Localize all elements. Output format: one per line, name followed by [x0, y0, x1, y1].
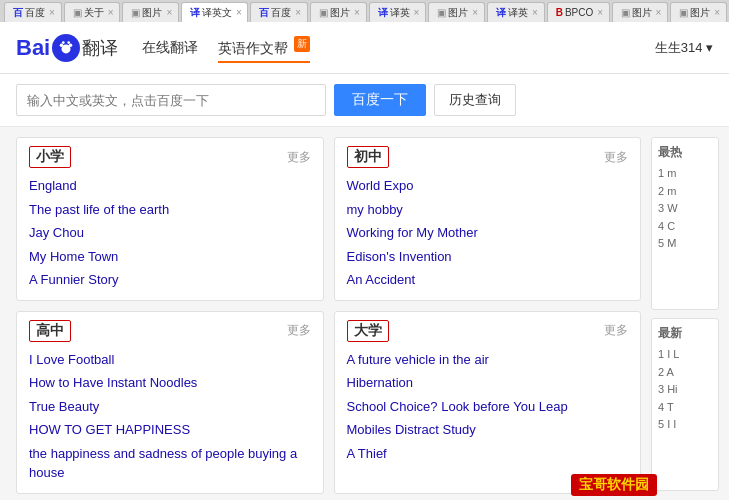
tab-baidu-1[interactable]: 百 百度 × — [4, 2, 62, 22]
nav-online-translate[interactable]: 在线翻译 — [142, 35, 198, 61]
nav-items: 在线翻译 英语作文帮 新 — [142, 32, 310, 64]
tab-close-4[interactable]: × — [236, 7, 242, 18]
link-edisons-invention[interactable]: Edison's Invention — [347, 245, 629, 269]
header-user[interactable]: 生生314 ▾ — [655, 39, 713, 57]
sidebar-latest-item-2[interactable]: 2 A — [658, 364, 712, 382]
tab-close[interactable]: × — [49, 7, 55, 18]
link-jay-chou[interactable]: Jay Chou — [29, 221, 311, 245]
link-hibernation[interactable]: Hibernation — [347, 371, 629, 395]
card-high-title: 高中 — [29, 320, 71, 342]
tab-image-1[interactable]: ▣ 图片 × — [122, 2, 179, 22]
tab-close-5[interactable]: × — [295, 7, 301, 18]
card-middle-title: 初中 — [347, 146, 389, 168]
history-button[interactable]: 历史查询 — [434, 84, 516, 116]
link-happiness[interactable]: HOW TO GET HAPPINESS — [29, 418, 311, 442]
card-elementary: 小学 更多 England The past life of the earth… — [16, 137, 324, 301]
tab-bar: 百 百度 × ▣ 关于 × ▣ 图片 × 译 译英文 × 百 百度 × ▣ 图片… — [0, 0, 729, 22]
logo-paw — [52, 34, 80, 62]
link-past-life[interactable]: The past life of the earth — [29, 198, 311, 222]
svg-point-3 — [62, 41, 65, 44]
tab-image-5[interactable]: ▣ 图片 × — [670, 2, 727, 22]
tab-translate-3[interactable]: 译 译英 × — [487, 2, 545, 22]
sidebar-hot-item-1[interactable]: 1 m — [658, 165, 712, 183]
link-school-choice[interactable]: School Choice? Look before You Leap — [347, 395, 629, 419]
right-sidebar: 最热 1 m 2 m 3 W 4 C 5 M 最新 1 I L 2 A 3 Hi… — [651, 137, 719, 491]
link-instant-noodles[interactable]: How to Have Instant Noodles — [29, 371, 311, 395]
logo-fanyi: 翻译 — [82, 36, 118, 60]
link-future-vehicle[interactable]: A future vehicle in the air — [347, 348, 629, 372]
search-input[interactable] — [16, 84, 326, 116]
sidebar-latest-item-5[interactable]: 5 I I — [658, 416, 712, 434]
baidu-icon-2: 百 — [259, 6, 269, 20]
tab-close-3[interactable]: × — [166, 7, 172, 18]
tab-close-6[interactable]: × — [354, 7, 360, 18]
tab-translate-2[interactable]: 译 译英 × — [369, 2, 427, 22]
link-an-accident[interactable]: An Accident — [347, 268, 629, 292]
tab-bpc[interactable]: B BPCO × — [547, 2, 610, 22]
link-funnier-story[interactable]: A Funnier Story — [29, 268, 311, 292]
panels-area: 小学 更多 England The past life of the earth… — [16, 137, 641, 491]
bpc-icon: B — [556, 7, 563, 18]
link-football[interactable]: I Love Football — [29, 348, 311, 372]
card-high: 高中 更多 I Love Football How to Have Instan… — [16, 311, 324, 494]
logo-baidu: Bai — [16, 35, 50, 61]
baidu-icon: 百 — [13, 6, 23, 20]
tab-close-12[interactable]: × — [714, 7, 720, 18]
tab-close-7[interactable]: × — [414, 7, 420, 18]
link-home-town[interactable]: My Home Town — [29, 245, 311, 269]
tab-image-2[interactable]: ▣ 图片 × — [310, 2, 367, 22]
link-working-for-mother[interactable]: Working for My Mother — [347, 221, 629, 245]
translate-icon-2: 译 — [378, 6, 388, 20]
top-row: 小学 更多 England The past life of the earth… — [16, 137, 641, 301]
link-house-happiness[interactable]: the happiness and sadness of people buyi… — [29, 442, 311, 485]
nav-essay-help[interactable]: 英语作文帮 新 — [218, 32, 310, 64]
link-world-expo[interactable]: World Expo — [347, 174, 629, 198]
sidebar-latest-item-4[interactable]: 4 T — [658, 399, 712, 417]
sidebar-latest: 最新 1 I L 2 A 3 Hi 4 T 5 I I — [651, 318, 719, 491]
svg-point-4 — [68, 41, 71, 44]
sidebar-hot-item-4[interactable]: 4 C — [658, 218, 712, 236]
header: Bai 翻译 在线翻译 英语作文帮 新 生生314 ▾ — [0, 22, 729, 74]
tab-translate-active[interactable]: 译 译英文 × — [181, 2, 248, 22]
logo: Bai 翻译 — [16, 34, 118, 62]
search-button[interactable]: 百度一下 — [334, 84, 426, 116]
card-elementary-title: 小学 — [29, 146, 71, 168]
sidebar-latest-item-1[interactable]: 1 I L — [658, 346, 712, 364]
card-college: 大学 更多 A future vehicle in the air Hibern… — [334, 311, 642, 494]
tab-baidu-2[interactable]: 百 百度 × — [250, 2, 308, 22]
link-true-beauty[interactable]: True Beauty — [29, 395, 311, 419]
card-college-title: 大学 — [347, 320, 389, 342]
tab-icon-2: ▣ — [131, 7, 140, 18]
link-my-hobby[interactable]: my hobby — [347, 198, 629, 222]
nav-badge-new: 新 — [294, 36, 310, 52]
card-elementary-header: 小学 更多 — [29, 146, 311, 168]
sidebar-latest-title: 最新 — [658, 325, 712, 342]
tab-close-2[interactable]: × — [108, 7, 114, 18]
tab-close-10[interactable]: × — [597, 7, 603, 18]
card-middle-more[interactable]: 更多 — [604, 149, 628, 166]
tab-close-11[interactable]: × — [656, 7, 662, 18]
tab-close-9[interactable]: × — [532, 7, 538, 18]
link-mobiles-distract[interactable]: Mobiles Distract Study — [347, 418, 629, 442]
link-a-thief[interactable]: A Thief — [347, 442, 629, 466]
sidebar-latest-item-3[interactable]: 3 Hi — [658, 381, 712, 399]
translate-icon: 译 — [190, 6, 200, 20]
link-england[interactable]: England — [29, 174, 311, 198]
sidebar-hot: 最热 1 m 2 m 3 W 4 C 5 M — [651, 137, 719, 310]
card-elementary-more[interactable]: 更多 — [287, 149, 311, 166]
sidebar-hot-item-5[interactable]: 5 M — [658, 235, 712, 253]
tab-image-3[interactable]: ▣ 图片 × — [428, 2, 485, 22]
card-college-more[interactable]: 更多 — [604, 322, 628, 339]
search-bar: 百度一下 历史查询 — [0, 74, 729, 127]
tab-icon-4: ▣ — [437, 7, 446, 18]
sidebar-hot-item-3[interactable]: 3 W — [658, 200, 712, 218]
card-high-more[interactable]: 更多 — [287, 322, 311, 339]
sidebar-hot-item-2[interactable]: 2 m — [658, 183, 712, 201]
card-high-header: 高中 更多 — [29, 320, 311, 342]
sidebar-hot-title: 最热 — [658, 144, 712, 161]
card-college-header: 大学 更多 — [347, 320, 629, 342]
tab-about[interactable]: ▣ 关于 × — [64, 2, 121, 22]
watermark: 宝哥软件园 — [571, 474, 657, 496]
tab-image-4[interactable]: ▣ 图片 × — [612, 2, 669, 22]
tab-close-8[interactable]: × — [472, 7, 478, 18]
